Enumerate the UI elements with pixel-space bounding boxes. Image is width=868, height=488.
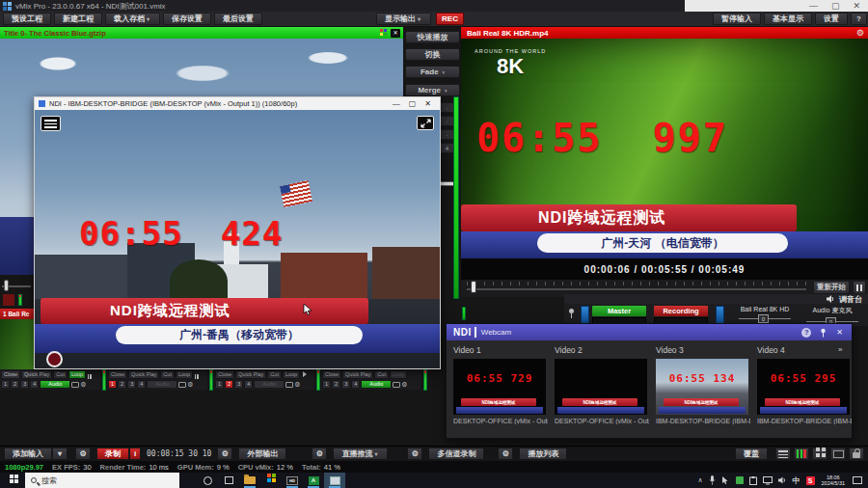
overlay3-button[interactable]: 3 <box>20 380 29 389</box>
fullscreen-expand-icon[interactable] <box>417 116 434 130</box>
multicorder-button[interactable]: 多信道录制 <box>428 447 484 460</box>
close-icon[interactable]: ✕ <box>391 29 400 38</box>
pin-icon[interactable] <box>567 308 576 319</box>
close-button[interactable]: Close <box>108 370 127 379</box>
start-button-icon[interactable] <box>10 474 14 478</box>
slot-thumbnail[interactable]: 06:55 729 NDI跨域远程测试 广州-番禺（移动宽带） <box>453 359 546 415</box>
slot-thumbnail[interactable]: 06:55 295 NDI跨域远程测试 广州-番禺（移动宽带） <box>757 359 850 415</box>
gear-icon[interactable]: ⚙ <box>187 381 193 389</box>
gear-icon[interactable]: ⚙ <box>401 381 407 389</box>
pointer-icon[interactable] <box>721 476 730 485</box>
ndi-video-area[interactable]: 06:55 424 NDI跨域远程测试 广州-番禺（移动宽带） <box>35 110 440 368</box>
close-icon[interactable]: ✕ <box>853 1 860 11</box>
quick-play-button[interactable]: Quick Play <box>235 370 266 379</box>
close-button[interactable]: Close <box>215 370 234 379</box>
search-input[interactable]: 搜索 <box>25 473 179 488</box>
ime-indicator[interactable]: 中 <box>793 475 800 486</box>
overlay-indicator-block[interactable] <box>3 294 14 306</box>
loop-button[interactable]: Loop <box>176 370 193 379</box>
audio-button[interactable]: Audio <box>40 380 70 389</box>
ndi-window-titlebar[interactable]: NDI - IBM-DESKTOP-BRIDGE (IBM-DESKTOP (v… <box>35 97 440 110</box>
green-tray-icon[interactable] <box>736 476 744 484</box>
gear-icon[interactable]: ⚙ <box>75 447 91 460</box>
menu-lines-icon[interactable] <box>775 447 791 460</box>
media-app-icon[interactable]: HD <box>282 473 303 488</box>
cut-button[interactable]: Cut <box>160 370 175 379</box>
new-project-button[interactable]: 新建工程 <box>54 13 102 25</box>
master-button[interactable]: Master <box>592 306 646 316</box>
hamburger-menu-icon[interactable] <box>41 116 61 131</box>
rec-indicator[interactable]: REC <box>436 13 464 25</box>
last-settings-button[interactable]: 最后设置 <box>214 13 262 25</box>
minimize-icon[interactable]: — <box>809 1 818 11</box>
settings-button[interactable]: 设置 <box>815 13 848 25</box>
add-input-button[interactable]: 添加输入 <box>4 447 52 460</box>
overlay1-button[interactable]: 1 <box>1 380 10 389</box>
transition-preset-4[interactable]: 4 <box>440 143 454 153</box>
cut-button[interactable]: Cut <box>53 370 68 379</box>
restart-button[interactable]: 重新开始 <box>813 281 850 294</box>
overlay4-button[interactable]: 4 <box>351 380 360 389</box>
minimize-icon[interactable]: — <box>393 99 400 108</box>
load-archive-button[interactable]: 载入存档▾ <box>105 13 160 25</box>
slot-thumbnail[interactable]: NDI跨域远程测试 广州-番禺（移动宽带） <box>555 359 647 415</box>
audio-button[interactable]: Audio <box>254 380 285 389</box>
overlay2-button[interactable]: 2 <box>118 380 126 389</box>
clipboard-icon[interactable] <box>749 476 757 485</box>
close-button[interactable]: Close <box>322 370 341 379</box>
lock-icon[interactable] <box>849 447 864 460</box>
ftb-icon[interactable] <box>830 447 846 460</box>
maximize-icon[interactable]: ▢ <box>831 1 840 11</box>
overlay2-button[interactable]: 2 <box>225 380 233 389</box>
notification-center-icon[interactable] <box>853 476 862 484</box>
task-view-icon[interactable] <box>218 473 239 488</box>
timeline-track[interactable] <box>467 288 806 290</box>
overlay4-button[interactable]: 4 <box>137 380 146 389</box>
record-info-button[interactable]: i <box>129 447 141 460</box>
pause-input-button[interactable]: 暂停输入 <box>713 13 761 25</box>
monitor-icon[interactable] <box>393 382 400 388</box>
network-monitor-icon[interactable] <box>763 476 773 485</box>
cut-button[interactable]: Cut <box>267 370 282 379</box>
loop-button[interactable]: Loop <box>68 370 86 379</box>
close-icon[interactable]: ✕ <box>836 328 843 337</box>
sogou-icon[interactable]: S <box>806 476 815 485</box>
overlay3-button[interactable]: 3 <box>341 380 350 389</box>
file-explorer-icon[interactable] <box>239 473 260 488</box>
loop-button[interactable]: Loop <box>283 370 300 379</box>
gear-icon[interactable]: ⚙ <box>312 447 327 460</box>
close-button[interactable]: Close <box>1 370 20 379</box>
playlist-button[interactable]: 播放列表 <box>519 447 567 460</box>
maximize-icon[interactable]: ▢ <box>409 99 417 108</box>
gear-icon[interactable]: ⚙ <box>498 447 513 460</box>
overlay4-button[interactable]: 4 <box>30 380 39 389</box>
microphone-icon[interactable] <box>709 475 716 485</box>
overlay3-button[interactable]: 3 <box>127 380 136 389</box>
quick-play-button[interactable]: Quick Play <box>21 370 52 379</box>
basic-view-button[interactable]: 基本显示 <box>764 13 812 25</box>
gear-icon[interactable]: ⚙ <box>80 381 86 389</box>
cortana-icon[interactable] <box>197 473 218 488</box>
fader-handle[interactable]: 0 <box>758 314 769 323</box>
mixer-title[interactable]: 调音台 <box>839 294 862 305</box>
audio-button[interactable]: Audio <box>147 380 177 389</box>
pin-icon[interactable] <box>820 328 827 338</box>
stream-button[interactable]: 直播推流▾ <box>333 447 388 460</box>
monitor-icon[interactable] <box>178 382 186 388</box>
monitor-icon[interactable] <box>285 382 293 388</box>
close-icon[interactable]: ✕ <box>424 99 431 108</box>
play-icon[interactable] <box>303 371 307 377</box>
store-app-icon[interactable] <box>260 473 282 488</box>
gear-icon[interactable]: ⚙ <box>856 28 864 38</box>
overlay1-button[interactable]: 1 <box>322 380 331 389</box>
help-icon[interactable]: ? <box>801 328 811 338</box>
fade-button[interactable]: Fade▾ <box>405 66 460 78</box>
record-button[interactable]: 录制 <box>96 447 129 460</box>
overlay2-button[interactable]: 2 <box>11 380 19 389</box>
save-settings-button[interactable]: 保存设置 <box>163 13 211 25</box>
transition-preset-1[interactable]: · <box>440 102 454 113</box>
quick-play-button[interactable]: 快速播放 <box>405 31 460 43</box>
volume-icon[interactable] <box>778 476 787 484</box>
gear-icon[interactable]: ⚙ <box>217 447 232 460</box>
overlay1-button[interactable]: 1 <box>108 380 117 389</box>
